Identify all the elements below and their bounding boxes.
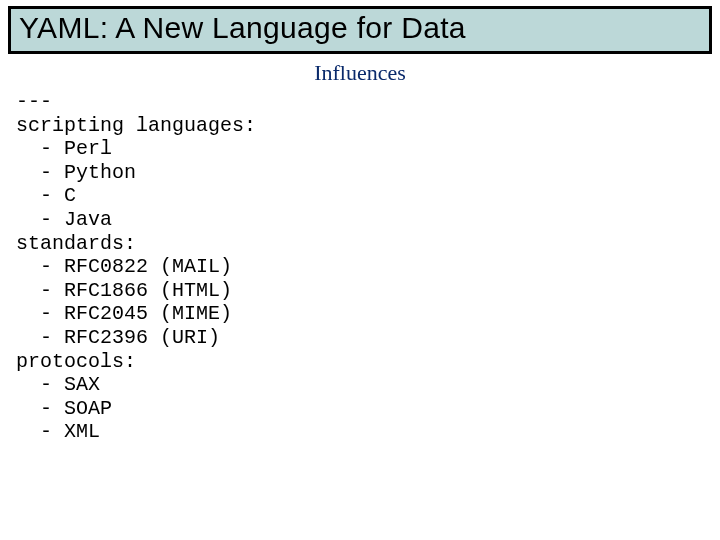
title-bar: YAML: A New Language for Data [8,6,712,54]
yaml-code-block: --- scripting languages: - Perl - Python… [16,90,720,444]
page-title: YAML: A New Language for Data [19,11,701,45]
section-heading: Influences [0,60,720,86]
